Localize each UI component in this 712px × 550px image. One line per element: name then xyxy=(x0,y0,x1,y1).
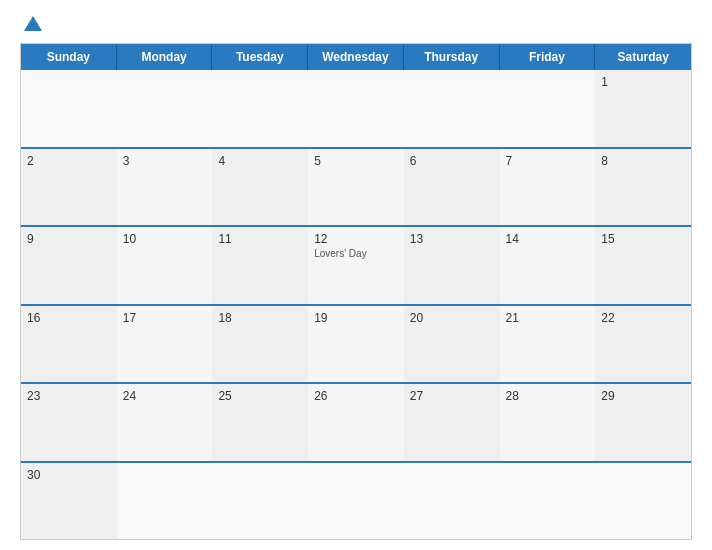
day-cell xyxy=(500,463,596,540)
day-cell: 29 xyxy=(595,384,691,461)
calendar: SundayMondayTuesdayWednesdayThursdayFrid… xyxy=(20,43,692,540)
day-cell: 6 xyxy=(404,149,500,226)
day-number: 11 xyxy=(218,232,302,246)
day-cell: 5 xyxy=(308,149,404,226)
day-cell: 24 xyxy=(117,384,213,461)
day-cell: 8 xyxy=(595,149,691,226)
day-header-friday: Friday xyxy=(500,44,596,70)
day-cell xyxy=(308,463,404,540)
day-cell: 17 xyxy=(117,306,213,383)
day-number: 8 xyxy=(601,154,685,168)
week-row-4: 16171819202122 xyxy=(21,304,691,383)
day-event: Lovers' Day xyxy=(314,248,398,259)
day-number: 25 xyxy=(218,389,302,403)
day-cell: 23 xyxy=(21,384,117,461)
day-cell xyxy=(595,463,691,540)
day-cell: 11 xyxy=(212,227,308,304)
day-number: 19 xyxy=(314,311,398,325)
week-row-2: 2345678 xyxy=(21,147,691,226)
day-number: 12 xyxy=(314,232,398,246)
day-cell: 28 xyxy=(500,384,596,461)
day-number: 4 xyxy=(218,154,302,168)
week-row-5: 23242526272829 xyxy=(21,382,691,461)
day-number: 3 xyxy=(123,154,207,168)
day-cell: 19 xyxy=(308,306,404,383)
day-headers-row: SundayMondayTuesdayWednesdayThursdayFrid… xyxy=(21,44,691,70)
day-cell: 20 xyxy=(404,306,500,383)
day-number: 26 xyxy=(314,389,398,403)
day-number: 7 xyxy=(506,154,590,168)
day-cell: 27 xyxy=(404,384,500,461)
logo-triangle-icon xyxy=(24,16,42,31)
day-number: 10 xyxy=(123,232,207,246)
day-number: 6 xyxy=(410,154,494,168)
day-number: 22 xyxy=(601,311,685,325)
day-cell: 16 xyxy=(21,306,117,383)
day-cell: 22 xyxy=(595,306,691,383)
day-header-monday: Monday xyxy=(117,44,213,70)
day-number: 1 xyxy=(601,75,685,89)
day-cell: 18 xyxy=(212,306,308,383)
day-cell: 15 xyxy=(595,227,691,304)
day-number: 16 xyxy=(27,311,111,325)
day-cell xyxy=(404,463,500,540)
day-number: 15 xyxy=(601,232,685,246)
day-header-tuesday: Tuesday xyxy=(212,44,308,70)
day-cell: 30 xyxy=(21,463,117,540)
day-number: 30 xyxy=(27,468,111,482)
header xyxy=(20,16,692,33)
day-number: 5 xyxy=(314,154,398,168)
day-cell xyxy=(404,70,500,147)
day-cell: 2 xyxy=(21,149,117,226)
page: SundayMondayTuesdayWednesdayThursdayFrid… xyxy=(0,0,712,550)
day-number: 29 xyxy=(601,389,685,403)
day-cell xyxy=(212,70,308,147)
day-cell: 21 xyxy=(500,306,596,383)
day-number: 23 xyxy=(27,389,111,403)
day-number: 17 xyxy=(123,311,207,325)
day-cell xyxy=(212,463,308,540)
weeks-container: 123456789101112Lovers' Day13141516171819… xyxy=(21,70,691,539)
day-number: 24 xyxy=(123,389,207,403)
day-number: 20 xyxy=(410,311,494,325)
day-number: 21 xyxy=(506,311,590,325)
day-number: 18 xyxy=(218,311,302,325)
day-number: 2 xyxy=(27,154,111,168)
day-header-wednesday: Wednesday xyxy=(308,44,404,70)
week-row-3: 9101112Lovers' Day131415 xyxy=(21,225,691,304)
day-cell: 1 xyxy=(595,70,691,147)
day-cell: 9 xyxy=(21,227,117,304)
day-cell: 25 xyxy=(212,384,308,461)
day-cell xyxy=(117,463,213,540)
day-header-saturday: Saturday xyxy=(595,44,691,70)
day-number: 13 xyxy=(410,232,494,246)
day-number: 14 xyxy=(506,232,590,246)
day-cell xyxy=(117,70,213,147)
day-cell xyxy=(500,70,596,147)
day-cell xyxy=(308,70,404,147)
day-cell: 14 xyxy=(500,227,596,304)
day-header-sunday: Sunday xyxy=(21,44,117,70)
day-cell: 10 xyxy=(117,227,213,304)
day-cell: 26 xyxy=(308,384,404,461)
day-number: 9 xyxy=(27,232,111,246)
day-cell: 4 xyxy=(212,149,308,226)
day-cell: 12Lovers' Day xyxy=(308,227,404,304)
day-cell: 3 xyxy=(117,149,213,226)
day-cell: 13 xyxy=(404,227,500,304)
day-number: 27 xyxy=(410,389,494,403)
day-header-thursday: Thursday xyxy=(404,44,500,70)
day-number: 28 xyxy=(506,389,590,403)
week-row-1: 1 xyxy=(21,70,691,147)
logo xyxy=(20,16,42,33)
day-cell: 7 xyxy=(500,149,596,226)
day-cell xyxy=(21,70,117,147)
week-row-6: 30 xyxy=(21,461,691,540)
